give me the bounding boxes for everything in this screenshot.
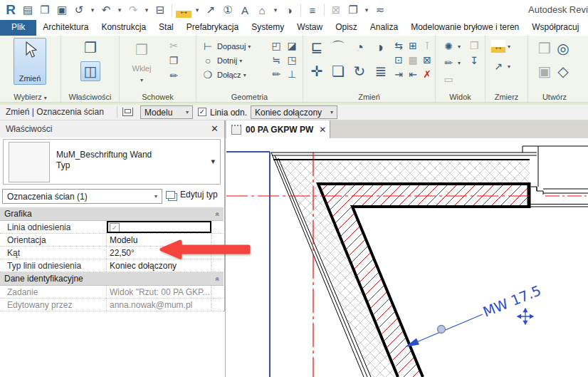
demolish-icon[interactable]: ◪	[285, 39, 299, 52]
unpin-icon[interactable]: ⊺	[420, 39, 434, 52]
trim-extend-icon[interactable]: ≣	[372, 62, 390, 81]
align-icon[interactable]: ⊑	[308, 38, 326, 56]
cut-geometry-button[interactable]: ○ Dotnij ▾	[201, 53, 251, 68]
mirror-icon[interactable]: ⇆	[392, 39, 406, 52]
match-type-icon[interactable]: ✏	[167, 69, 181, 82]
thin-lines-icon[interactable]: ≡	[305, 2, 320, 18]
split-face-icon[interactable]: ✏	[269, 68, 283, 81]
collapse-icon[interactable]: «	[214, 207, 221, 220]
section-header-grafika[interactable]: Grafika «	[0, 207, 224, 221]
property-row-edytowany-przez[interactable]: Edytowany przez anna.nowak@mum.pl	[0, 299, 224, 311]
tab-opisz[interactable]: Opisz	[329, 20, 364, 36]
save-icon[interactable]: ▣	[54, 2, 70, 18]
trim-multiple-icon[interactable]: ⇤	[406, 68, 420, 81]
cope-button[interactable]: ⊢ Dopasuj ▾	[201, 39, 251, 53]
trim-single-icon[interactable]: ⇥	[392, 68, 406, 81]
tab-systemy[interactable]: Systemy	[245, 20, 290, 36]
wall-joins-icon[interactable]: ≒	[269, 53, 283, 66]
graphics-override-icon[interactable]: ✏	[441, 56, 456, 69]
property-row-zadanie[interactable]: Zadanie Widok "Rzut: 00 PA GKP...	[0, 286, 224, 299]
wall-tag-text[interactable]: MW 17.5	[481, 282, 543, 320]
tab-stal[interactable]: Stal	[152, 20, 180, 36]
paste-button[interactable]: ❐ Wklej ▾	[125, 38, 158, 85]
offset-icon[interactable]: ⌒	[329, 38, 347, 56]
aligned-dimension-icon[interactable]: ↗	[203, 2, 219, 18]
split-with-gap-icon[interactable]: ◗	[372, 38, 390, 56]
view-tab-close-icon[interactable]: ✕	[319, 125, 326, 135]
element-filter-select[interactable]: Oznaczenia ścian (1) ▾	[2, 189, 162, 204]
split-element-icon[interactable]: ◔	[350, 38, 369, 56]
create-similar-icon[interactable]: ◎	[554, 39, 572, 58]
create-assembly-icon[interactable]: ▣	[535, 62, 554, 81]
delete-icon[interactable]: ✗	[420, 68, 434, 81]
redo-icon[interactable]: ↷	[125, 2, 141, 18]
measure-dropdown-icon[interactable]: ▾	[193, 2, 201, 18]
revit-logo-icon[interactable]: R	[3, 2, 19, 18]
recent-documents-icon[interactable]: ▤	[20, 2, 36, 18]
customize-qat-icon[interactable]: ≂	[372, 2, 388, 18]
switch-windows-icon[interactable]: ❐	[345, 2, 361, 18]
copy-element-icon[interactable]: ❏	[329, 62, 347, 81]
tab-wspolpracuj[interactable]: Współpracuj	[525, 20, 585, 36]
crop-region[interactable]	[226, 152, 270, 377]
move-icon[interactable]: ✛	[308, 62, 326, 81]
reveal-dropdown-icon[interactable]: ▾	[458, 43, 461, 50]
copy-icon[interactable]: ❐	[167, 54, 181, 67]
cut-plan-icon[interactable]: ◰	[269, 39, 283, 52]
dimension-dropdown-icon[interactable]: ▾	[508, 63, 510, 70]
close-hidden-windows-icon[interactable]: ⊠	[328, 2, 344, 18]
leader-grip[interactable]	[438, 326, 446, 334]
tab-konstrukcja[interactable]: Konstrukcja	[95, 20, 152, 36]
reveal-hidden-icon[interactable]: ✺	[441, 40, 456, 53]
tab-analiza[interactable]: Analiza	[364, 20, 404, 36]
unjoin-icon[interactable]: ◳	[285, 53, 299, 66]
tab-prefabrykacja[interactable]: Prefabrykacja	[180, 20, 245, 36]
tab-wstaw[interactable]: Wstaw	[290, 20, 329, 36]
measure-tool-icon[interactable]: ↔	[491, 40, 505, 53]
switch-windows-dropdown-icon[interactable]: ▾	[362, 2, 371, 18]
graphics-dropdown-icon[interactable]: ▾	[458, 60, 461, 66]
type-selector[interactable]: MuM_Beschriftung Wand Typ ▾	[3, 139, 221, 185]
dimension-icon[interactable]: ↗	[491, 60, 505, 73]
properties-palette-icon[interactable]: ◫	[80, 61, 100, 81]
join-geometry-button[interactable]: ❍ Dołącz ▾	[201, 68, 251, 82]
orientation-select[interactable]: Modelu ▾	[140, 105, 193, 119]
scale-icon[interactable]: ⊡	[392, 53, 406, 66]
undo-dropdown-icon[interactable]: ▾	[115, 2, 124, 18]
hide-element-icon[interactable]: ▭	[441, 73, 456, 86]
create-group-icon[interactable]: ❒	[535, 39, 554, 58]
modify-button[interactable]: Zmień	[14, 38, 46, 85]
measure-icon[interactable]: ↔	[176, 2, 191, 18]
properties-title-bar[interactable]: Właściwości ✕	[0, 120, 224, 138]
tab-plik[interactable]: Plik	[0, 20, 36, 36]
tab-architektura[interactable]: Architektura	[36, 20, 95, 36]
text-icon[interactable]: A	[237, 2, 253, 18]
array-icon[interactable]: ⊞	[406, 39, 420, 52]
section-icon[interactable]: ◑	[281, 2, 297, 18]
undo-icon[interactable]: ↶	[98, 2, 114, 18]
default-3d-view-icon[interactable]: ⌂	[254, 2, 270, 18]
view-tab[interactable]: 00 PA GKPW PW ✕	[226, 120, 330, 138]
leader-line-checkbox[interactable]: ✓	[110, 223, 120, 233]
type-selector-dropdown-icon[interactable]: ▾	[211, 157, 215, 166]
collapse-icon[interactable]: «	[214, 272, 221, 285]
override-by-filter-icon[interactable]: ↧	[467, 54, 481, 67]
edit-type-button[interactable]: Edytuj typ	[166, 190, 218, 200]
tag-by-category-icon[interactable]: ①	[220, 2, 236, 18]
family-types-icon[interactable]: ❐	[81, 38, 100, 57]
3d-view-dropdown-icon[interactable]: ▾	[271, 2, 280, 18]
property-row-linia-odniesienia[interactable]: Linia odniesienia ✓	[0, 221, 224, 234]
properties-close-icon[interactable]: ✕	[211, 123, 219, 134]
rotate-icon[interactable]: ↻	[350, 62, 369, 81]
measure-tool-dropdown-icon[interactable]: ▾	[508, 43, 510, 50]
tab-modelowanie[interactable]: Modelowanie bryłowe i teren	[404, 20, 525, 36]
pin-icon[interactable]: ⊠	[420, 53, 434, 66]
create-parts-icon[interactable]: ◇	[554, 62, 572, 81]
leader-end-select[interactable]: Koniec dołączony ▾	[251, 105, 337, 119]
leader-checkbox[interactable]: ✓	[198, 108, 206, 116]
open-icon[interactable]: ❒	[37, 2, 53, 18]
drawing-area[interactable]: MW 17.5	[225, 138, 588, 377]
section-header-dane[interactable]: Dane identyfikacyjne «	[0, 272, 224, 286]
wall-tag-leader[interactable]	[405, 314, 483, 347]
panel-label-wybierz[interactable]: Wybierz ▾	[0, 93, 61, 101]
